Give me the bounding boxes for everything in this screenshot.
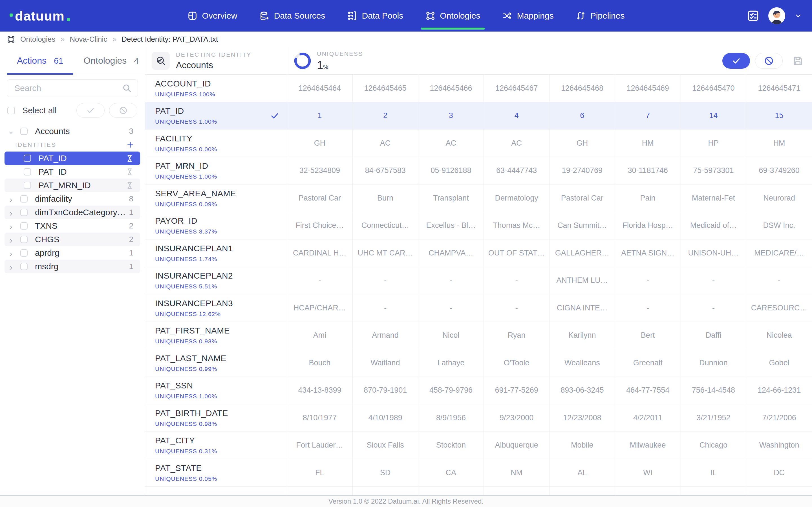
nav-item-mappings[interactable]: Mappings — [502, 0, 554, 32]
table-cell: Connecticut… — [353, 212, 418, 239]
select-all-checkbox[interactable] — [7, 107, 15, 114]
field-label-cell: PAYOR_IDUNIQUENESS 3.37% — [145, 212, 287, 239]
main-panel: DETECTING IDENTITY Accounts UNIQUENESS 1… — [145, 47, 812, 495]
nav-item-label: Ontologies — [440, 11, 480, 20]
table-row-partial[interactable] — [145, 487, 812, 496]
save-button[interactable] — [792, 55, 804, 66]
table-row-pat-city[interactable]: PAT_CITYUNIQUENESS 0.31%Fort Lauder…Siou… — [145, 432, 812, 459]
tree-section-label: IDENTITIES — [15, 142, 56, 148]
bulk-reject-button[interactable] — [109, 103, 137, 118]
sidebar-item-dimfacility[interactable]: dimfacility8 — [4, 192, 140, 206]
table-cell: AETNA SIGN… — [615, 239, 681, 267]
tree-checkbox[interactable] — [20, 249, 28, 257]
add-identity-plus-icon[interactable] — [126, 140, 135, 149]
table-row-pat-last-name[interactable]: PAT_LAST_NAMEUNIQUENESS 0.99%BouchWaitla… — [145, 349, 812, 377]
tree-checkbox[interactable] — [20, 128, 28, 135]
table-cell: 124-66-1231 — [746, 377, 812, 404]
chevron-right-icon[interactable] — [8, 209, 14, 216]
table-row-insuranceplan2[interactable]: INSURANCEPLAN2UNIQUENESS 5.51%----ANTHEM… — [145, 267, 812, 295]
tree-checkbox[interactable] — [20, 209, 28, 216]
tab-ontologies[interactable]: Ontologies 4 — [73, 47, 149, 74]
tree-item-count: 3 — [129, 127, 133, 136]
chevron-right-icon[interactable] — [8, 196, 14, 202]
nav-right-group — [747, 7, 802, 24]
table-row-serv-area-name[interactable]: SERV_AREA_NAMEUNIQUENESS 0.09%Pastoral C… — [145, 184, 812, 212]
table-cell: Medicaid of… — [681, 212, 747, 239]
table-row-pat-ssn[interactable]: PAT_SSNUNIQUENESS 1.00%434-13-8399870-79… — [145, 377, 812, 404]
nav-item-data-pools[interactable]: Data Pools — [347, 0, 403, 32]
chevron-down-icon[interactable] — [8, 128, 14, 134]
table-row-account-id[interactable]: ACCOUNT_IDUNIQUENESS 100%126464546412646… — [145, 75, 812, 102]
field-label-cell: INSURANCEPLAN1UNIQUENESS 1.74% — [145, 239, 287, 267]
uniqueness-value: 1% — [317, 59, 363, 71]
sidebar-item-chgs[interactable]: CHGS2 — [4, 233, 140, 246]
table-cell: Dunnion — [681, 349, 747, 377]
footer: Version 1.0 © 2022 Datuum.ai. All Rights… — [0, 495, 812, 507]
tree-checkbox[interactable] — [24, 182, 31, 189]
nav-item-overview[interactable]: Overview — [188, 0, 238, 32]
table-cell: 691-77-5269 — [484, 377, 550, 404]
sidebar-item-pat-id[interactable]: PAT_ID — [4, 165, 140, 179]
sidebar-item-accounts[interactable]: Accounts3 — [4, 124, 140, 138]
sidebar-item-pat-mrn-id[interactable]: PAT_MRN_ID — [4, 179, 140, 192]
nav-item-label: Overview — [202, 11, 238, 20]
chevron-right-icon[interactable] — [8, 250, 14, 256]
tasks-checklist-icon[interactable] — [747, 9, 760, 22]
field-name: INSURANCEPLAN1 — [155, 244, 233, 253]
table-row-pat-state[interactable]: PAT_STATEUNIQUENESS 0.05%FLSDCANMALWIILD… — [145, 459, 812, 487]
breadcrumb-ontologies[interactable]: Ontologies — [20, 35, 55, 44]
nav-item-pipelines[interactable]: Pipelines — [576, 0, 625, 32]
search-box — [7, 79, 138, 97]
reject-button[interactable] — [755, 53, 783, 69]
sidebar-item-msdrg[interactable]: msdrg1 — [4, 260, 140, 273]
datuum-logo[interactable]: datuum — [10, 8, 70, 24]
table-row-pat-birth-date[interactable]: PAT_BIRTH_DATEUNIQUENESS 0.98%8/10/19774… — [145, 404, 812, 432]
chevron-right-icon[interactable] — [8, 236, 14, 242]
table-cell — [353, 487, 418, 496]
user-avatar[interactable] — [768, 7, 785, 24]
table-row-payor-id[interactable]: PAYOR_IDUNIQUENESS 3.37%First Choice…Con… — [145, 212, 812, 240]
tree-checkbox[interactable] — [20, 263, 28, 270]
sidebar-item-pat-id[interactable]: PAT_ID — [4, 152, 140, 165]
table-cell: Stockton — [418, 432, 484, 459]
sidebar-item-txns[interactable]: TXNS2 — [4, 219, 140, 233]
chevron-down-icon[interactable] — [794, 11, 802, 20]
detecting-identity-label: DETECTING IDENTITY — [176, 51, 252, 58]
table-row-insuranceplan1[interactable]: INSURANCEPLAN1UNIQUENESS 1.74%CARDINAL H… — [145, 239, 812, 267]
tree-checkbox[interactable] — [24, 155, 31, 162]
logo-dot-icon — [10, 13, 13, 17]
tree-checkbox[interactable] — [20, 195, 28, 203]
tab-actions[interactable]: Actions 61 — [7, 47, 73, 74]
field-label-cell: PAT_MRN_IDUNIQUENESS 1.00% — [145, 157, 287, 184]
mappings-icon — [502, 11, 513, 21]
approve-button[interactable] — [722, 53, 750, 69]
tree-checkbox[interactable] — [20, 222, 28, 230]
breadcrumb-nova-clinic[interactable]: Nova-Clinic — [70, 35, 107, 44]
table-cell: HM — [615, 129, 681, 157]
field-uniqueness: UNIQUENESS 1.00% — [155, 118, 217, 125]
chevron-right-icon[interactable] — [8, 263, 14, 270]
tree-checkbox[interactable] — [24, 168, 31, 175]
table-cell — [550, 487, 615, 496]
table-row-facility[interactable]: FACILITYUNIQUENESS 0.00%GHACACACGHHMHPHM — [145, 129, 812, 157]
table-cell: AC — [484, 129, 550, 157]
sidebar: Actions 61 Ontologies 4 Select all — [0, 47, 145, 495]
table-row-pat-first-name[interactable]: PAT_FIRST_NAMEUNIQUENESS 0.93%AmiArmandN… — [145, 322, 812, 349]
search-input[interactable] — [7, 79, 138, 97]
bulk-approve-button[interactable] — [77, 103, 105, 118]
table-row-pat-id[interactable]: PAT_IDUNIQUENESS 1.00%1234671415 — [145, 102, 812, 130]
nav-item-ontologies[interactable]: Ontologies — [425, 0, 480, 32]
search-icon — [122, 83, 132, 93]
table-cell: GALLAGHER… — [550, 239, 615, 267]
tree-checkbox[interactable] — [20, 236, 28, 243]
detect-table: ACCOUNT_IDUNIQUENESS 100%126464546412646… — [145, 75, 812, 495]
table-row-pat-mrn-id[interactable]: PAT_MRN_IDUNIQUENESS 1.00%32-523480984-6… — [145, 157, 812, 185]
sidebar-item-aprdrg[interactable]: aprdrg1 — [4, 246, 140, 260]
table-row-insuranceplan3[interactable]: INSURANCEPLAN3UNIQUENESS 12.62%HCAP/CHAR… — [145, 294, 812, 322]
chevron-right-icon[interactable] — [8, 223, 14, 229]
table-cell: 1264645468 — [550, 75, 615, 102]
table-cell — [287, 487, 353, 496]
nav-item-data-sources[interactable]: Data Sources — [259, 0, 325, 32]
sidebar-item-dimtxncodecategory-comm[interactable]: dimTxnCodeCategory_comm…1 — [4, 206, 140, 219]
table-cell: Waitland — [353, 349, 418, 377]
